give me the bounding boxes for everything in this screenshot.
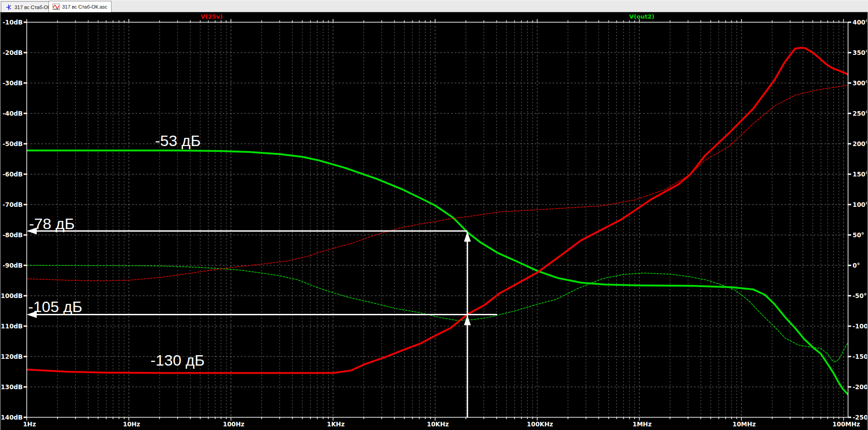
x-tick-label: 100MHz (833, 420, 860, 428)
y-right-tick-label: -250° (853, 414, 867, 421)
y-right-tick-label: 200° (853, 140, 867, 147)
y-left-tick-label: -20dB (3, 49, 23, 56)
annotation-text: -105 дБ (28, 298, 82, 315)
x-tick-label: 1KHz (327, 420, 344, 428)
y-left-tick-label: -130dB (1, 383, 23, 391)
y-left-tick-label: -80dB (3, 231, 23, 239)
bode-plot[interactable]: -10dB-20dB-30dB-40dB-50dB-60dB-70dB-80dB… (1, 12, 867, 430)
x-tick-label: 1MHz (633, 420, 652, 428)
y-right-tick-label: -150° (853, 353, 867, 360)
waveform-icon (53, 3, 60, 10)
y-right-tick-label: 250° (853, 110, 867, 117)
plot-border (24, 19, 851, 420)
annotation-text: -78 дБ (29, 215, 75, 232)
x-tick-label: 100KHz (527, 420, 553, 428)
y-right-tick-label: 300° (853, 79, 867, 87)
y-right-tick-label: 100° (853, 201, 867, 208)
y-left-tick-label: -60dB (3, 171, 23, 178)
annotation-text: -130 дБ (150, 352, 205, 369)
annotation-text: -53 дБ (155, 132, 201, 149)
y-left-tick-label: -30dB (3, 79, 23, 87)
y-right-tick-label: 150° (853, 171, 867, 178)
measurement-annotations: -53 дБ-78 дБ-105 дБ-130 дБ (27, 132, 497, 417)
x-tick-label: 10Hz (123, 420, 140, 428)
x-tick-label: 10KHz (427, 420, 449, 428)
trace-label-v-out2-: V(out2) (629, 13, 654, 20)
window-tab-bar: 317 вс Стаб-ОК.asc 317 вс Стаб-ОК.asc (0, 0, 868, 12)
y-left-tick-label: -90dB (3, 262, 23, 269)
schematic-icon (5, 4, 12, 11)
y-right-tick-label: -100° (853, 322, 867, 330)
y-right-tick-label: 400° (853, 19, 867, 26)
y-left-tick-label: -40dB (3, 110, 23, 117)
y-left-tick-label: -100dB (1, 292, 23, 299)
axis-labels: -10dB-20dB-30dB-40dB-50dB-60dB-70dB-80dB… (1, 19, 867, 428)
y-right-tick-label: 50° (853, 231, 864, 239)
x-tick-label: 10MHz (732, 420, 756, 428)
y-left-tick-label: -140dB (1, 414, 23, 421)
y-left-tick-label: -50dB (3, 140, 23, 147)
y-left-tick-label: -70dB (3, 201, 23, 208)
trace-label-v-25v-: V(25v) (201, 13, 223, 20)
tab-waveform[interactable]: 317 вс Стаб-ОК.asc (48, 1, 112, 12)
y-right-tick-label: 350° (853, 49, 867, 56)
y-left-tick-label: -120dB (1, 353, 23, 360)
y-right-tick-label: -200° (853, 383, 867, 391)
x-tick-label: 1Hz (23, 420, 36, 428)
x-tick-label: 100Hz (223, 420, 244, 428)
y-right-tick-label: 0° (853, 262, 860, 269)
y-left-tick-label: -10dB (3, 19, 23, 26)
y-left-tick-label: -110dB (1, 322, 23, 330)
waveform-viewer-pane[interactable]: -10dB-20dB-30dB-40dB-50dB-60dB-70dB-80dB… (0, 12, 868, 430)
tab-label: 317 вс Стаб-ОК.asc (62, 4, 107, 10)
grid (27, 22, 848, 417)
y-right-tick-label: -50° (853, 292, 867, 299)
